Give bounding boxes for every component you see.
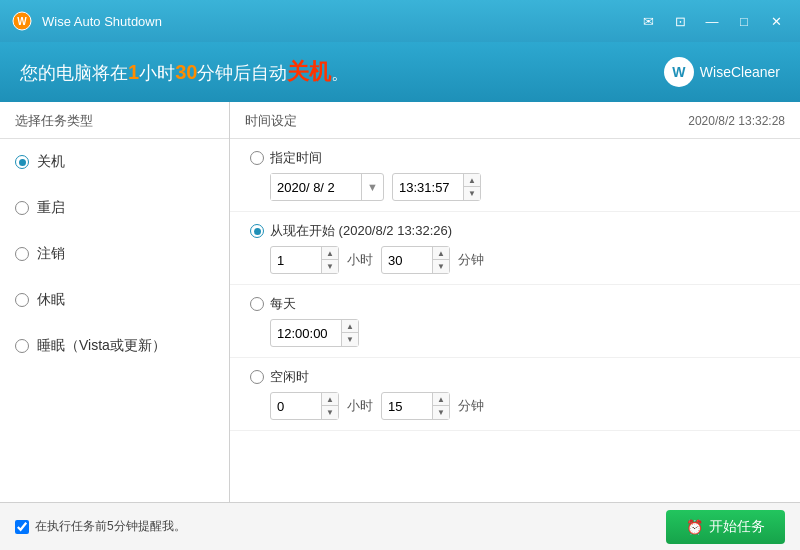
chat-btn[interactable]: ⊡ [666,7,694,35]
task-logout[interactable]: 注销 [0,231,229,277]
time-spin-btns: ▲ ▼ [463,174,480,200]
task-shutdown-label: 关机 [37,153,65,171]
left-panel-header: 选择任务类型 [0,102,229,139]
minutes-spinbox: ▲ ▼ [381,246,450,274]
radio-every-day[interactable] [250,297,264,311]
radio-hibernate[interactable] [15,339,29,353]
task-logout-label: 注销 [37,245,65,263]
idle-hours-spinbox: ▲ ▼ [270,392,339,420]
every-day-spin-up[interactable]: ▲ [342,320,358,333]
minutes-input[interactable] [382,247,432,273]
header-banner: 您的电脑将在1小时30分钟后自动关机。 W WiseCleaner [0,42,800,102]
brand-logo: W WiseCleaner [664,57,780,87]
every-day-inputs: ▲ ▼ [250,319,780,347]
hours-spin-up[interactable]: ▲ [322,247,338,260]
brand-name: WiseCleaner [700,64,780,80]
radio-specified[interactable] [250,151,264,165]
minutes-spin-btns: ▲ ▼ [432,247,449,273]
every-day-time-spinbox: ▲ ▼ [270,319,359,347]
hours-label: 小时 [347,251,373,269]
idle-hours-spin-down[interactable]: ▼ [322,406,338,419]
date-input-wrap: ▼ [270,173,384,201]
hours-input[interactable] [271,247,321,273]
every-day-spin-down[interactable]: ▼ [342,333,358,346]
email-btn[interactable]: ✉ [634,7,662,35]
radio-shutdown[interactable] [15,155,29,169]
right-panel: 时间设定 2020/8/2 13:32:28 指定时间 ▼ ▲ ▼ [230,102,800,502]
start-task-icon: ⏰ [686,519,703,535]
reminder-row: 在执行任务前5分钟提醒我。 [15,518,186,535]
minimize-btn[interactable]: — [698,7,726,35]
idle-minutes-spin-down[interactable]: ▼ [433,406,449,419]
close-btn[interactable]: ✕ [762,7,790,35]
radio-logout[interactable] [15,247,29,261]
start-task-button[interactable]: ⏰ 开始任务 [666,510,785,544]
time-spin-up[interactable]: ▲ [464,174,480,187]
specified-inputs: ▼ ▲ ▼ [250,173,780,201]
task-hibernate[interactable]: 睡眠（Vista或更新） [0,323,229,369]
title-bar: W Wise Auto Shutdown ✉ ⊡ — □ ✕ [0,0,800,42]
from-now-inputs: ▲ ▼ 小时 ▲ ▼ 分钟 [250,246,780,274]
shutdown-minute-label: 分钟后自动 [197,63,287,83]
radio-row-specified: 指定时间 [250,149,780,167]
from-now-label: 从现在开始 (2020/8/2 13:32:26) [270,222,452,240]
reminder-checkbox[interactable] [15,520,29,534]
hours-spinbox: ▲ ▼ [270,246,339,274]
idle-hours-input[interactable] [271,393,321,419]
task-sleep[interactable]: 休眠 [0,277,229,323]
radio-sleep[interactable] [15,293,29,307]
hours-spin-btns: ▲ ▼ [321,247,338,273]
shutdown-minutes: 30 [175,61,197,83]
idle-minutes-input[interactable] [382,393,432,419]
radio-idle[interactable] [250,370,264,384]
app-title: Wise Auto Shutdown [42,14,634,29]
current-datetime: 2020/8/2 13:32:28 [688,114,785,128]
shutdown-action: 关机 [287,59,331,84]
idle-minutes-spin-btns: ▲ ▼ [432,393,449,419]
section-every-day: 每天 ▲ ▼ [230,285,800,358]
minutes-spin-up[interactable]: ▲ [433,247,449,260]
shutdown-hour-label: 小时 [139,63,175,83]
task-restart[interactable]: 重启 [0,185,229,231]
radio-row-from-now: 从现在开始 (2020/8/2 13:32:26) [250,222,780,240]
right-panel-header: 时间设定 2020/8/2 13:32:28 [230,102,800,139]
left-panel: 选择任务类型 关机 重启 注销 休眠 睡眠（Vista或更新） [0,102,230,502]
idle-inputs: ▲ ▼ 小时 ▲ ▼ 分钟 [250,392,780,420]
idle-hours-spin-up[interactable]: ▲ [322,393,338,406]
brand-icon: W [664,57,694,87]
radio-row-every-day: 每天 [250,295,780,313]
maximize-btn[interactable]: □ [730,7,758,35]
radio-restart[interactable] [15,201,29,215]
section-idle-time: 空闲时 ▲ ▼ 小时 ▲ ▼ 分钟 [230,358,800,431]
idle-label: 空闲时 [270,368,309,386]
section-specified-time: 指定时间 ▼ ▲ ▼ [230,139,800,212]
app-icon: W [10,9,34,33]
idle-hours-label: 小时 [347,397,373,415]
start-task-label: 开始任务 [709,518,765,536]
task-restart-label: 重启 [37,199,65,217]
idle-minutes-label: 分钟 [458,397,484,415]
idle-minutes-spinbox: ▲ ▼ [381,392,450,420]
minutes-spin-down[interactable]: ▼ [433,260,449,273]
every-day-time-input[interactable] [271,320,341,346]
radio-row-idle: 空闲时 [250,368,780,386]
every-day-spin-btns: ▲ ▼ [341,320,358,346]
time-spin-down[interactable]: ▼ [464,187,480,200]
time-spinbox: ▲ ▼ [392,173,481,201]
task-sleep-label: 休眠 [37,291,65,309]
specified-label: 指定时间 [270,149,322,167]
shutdown-hours: 1 [128,61,139,83]
time-input[interactable] [393,174,463,200]
section-from-now: 从现在开始 (2020/8/2 13:32:26) ▲ ▼ 小时 ▲ ▼ [230,212,800,285]
idle-minutes-spin-up[interactable]: ▲ [433,393,449,406]
shutdown-suffix: 。 [331,63,349,83]
radio-from-now[interactable] [250,224,264,238]
reminder-label: 在执行任务前5分钟提醒我。 [35,518,186,535]
calendar-icon[interactable]: ▼ [361,174,383,200]
hours-spin-down[interactable]: ▼ [322,260,338,273]
task-shutdown[interactable]: 关机 [0,139,229,185]
window-controls: ✉ ⊡ — □ ✕ [634,7,790,35]
right-panel-title: 时间设定 [245,112,297,130]
date-input[interactable] [271,174,361,200]
svg-text:W: W [17,16,27,27]
